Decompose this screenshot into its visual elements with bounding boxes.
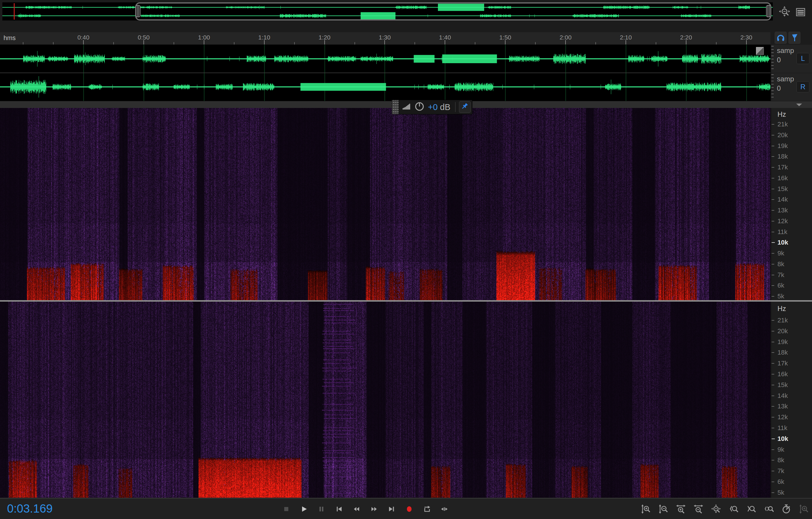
fast-forward-button[interactable] <box>368 503 380 515</box>
zoom-navigate-button[interactable] <box>710 502 722 516</box>
panel-menu-icon[interactable] <box>795 7 807 18</box>
zoom-in-vertical-button[interactable] <box>640 502 652 516</box>
frequency-tick <box>772 253 774 254</box>
pan-zoom-icon[interactable] <box>779 6 791 18</box>
play-button[interactable] <box>298 503 310 515</box>
zoom-out-point-button[interactable] <box>745 502 757 516</box>
frequency-tick <box>772 296 774 297</box>
skip-selection-button[interactable] <box>438 503 450 515</box>
frequency-label: 15k <box>778 185 788 193</box>
ruler-minor-tick <box>23 42 23 44</box>
collapse-arrow-icon[interactable] <box>796 103 802 106</box>
frequency-label: 16k <box>778 174 788 182</box>
frequency-label: 11k <box>778 424 787 432</box>
zoom-out-vertical-button[interactable] <box>657 502 669 516</box>
frequency-tick <box>772 471 774 471</box>
timeline-ruler[interactable]: hms 0:400:501:001:101:201:301:401:502:00… <box>0 32 771 45</box>
frequency-label: 14k <box>778 392 788 400</box>
rewind-button[interactable] <box>351 503 362 515</box>
frequency-scale-right[interactable]: Hz21k20k19k18k17k16k15k14k13k12k11k10k9k… <box>771 302 812 498</box>
frequency-label: 5k <box>778 489 784 496</box>
zoom-selection-button[interactable] <box>762 502 775 516</box>
gain-value[interactable]: +0 <box>428 102 438 112</box>
ruler-time-label: 2:20 <box>680 34 692 41</box>
ruler-time-label: 1:50 <box>499 34 512 41</box>
spectrogram-left-channel[interactable] <box>0 108 771 300</box>
overview-playhead <box>14 3 14 20</box>
frequency-unit-label: Hz <box>778 110 786 119</box>
frequency-tick <box>772 352 774 353</box>
pause-button[interactable] <box>316 503 327 515</box>
timer-button[interactable] <box>780 502 792 516</box>
hud-separator <box>455 102 456 112</box>
frequency-scale-left[interactable]: Hz21k20k19k18k17k16k15k14k13k12k11k10k9k… <box>771 108 812 300</box>
ruler-minor-tick <box>354 42 355 44</box>
frequency-label: 10k <box>778 435 788 442</box>
channel-left-button[interactable]: L <box>796 53 809 64</box>
channel-right-button[interactable]: R <box>796 81 809 92</box>
meter-zero-label: 0 <box>777 56 781 64</box>
playhead-time-display[interactable]: 0:03.169 <box>7 502 53 515</box>
record-button[interactable] <box>403 503 415 515</box>
frequency-tick <box>772 285 774 286</box>
gain-knob[interactable] <box>414 101 425 113</box>
hud-drag-handle[interactable] <box>392 100 399 114</box>
waveform-canvas[interactable] <box>0 45 771 101</box>
channel-right-info: samp 0 R <box>771 73 812 101</box>
frequency-label: 8k <box>778 261 784 268</box>
stop-button[interactable] <box>281 503 292 515</box>
amplitude-ticks <box>771 46 774 72</box>
ruler-minor-tick <box>113 42 114 44</box>
marker-pin-button[interactable] <box>788 32 801 44</box>
frequency-label: 21k <box>778 121 788 128</box>
frequency-label: 18k <box>778 349 788 356</box>
frequency-label: 6k <box>778 282 784 289</box>
frequency-label: 20k <box>778 131 788 139</box>
meter-unit-label: samp <box>777 75 794 83</box>
range-handle-right[interactable] <box>766 5 771 17</box>
frequency-label: 7k <box>778 271 784 279</box>
skip-to-end-button[interactable] <box>386 503 398 515</box>
frequency-label: 16k <box>778 370 788 378</box>
frequency-tick <box>772 264 774 265</box>
ruler-minor-tick <box>596 42 596 44</box>
frequency-label: 7k <box>778 467 784 475</box>
frequency-label: 13k <box>778 207 788 214</box>
zoom-amplitude-button[interactable] <box>798 502 810 516</box>
monitor-headphones-button[interactable] <box>775 32 787 44</box>
overview-strip <box>2 2 773 21</box>
ruler-time-label: 2:10 <box>620 34 632 41</box>
ruler-minor-tick <box>716 42 717 44</box>
spectrogram-right-channel[interactable] <box>0 302 771 498</box>
frequency-tick <box>772 406 774 407</box>
zoom-in-point-button[interactable] <box>727 502 740 516</box>
ruler-time-label: 2:30 <box>740 34 752 41</box>
hud-pin-button[interactable] <box>459 101 471 113</box>
zoom-toolbar <box>640 502 810 516</box>
frequency-label: 12k <box>778 414 788 421</box>
frequency-tick <box>772 221 774 221</box>
frequency-label: 13k <box>778 402 788 410</box>
frequency-tick <box>772 428 774 428</box>
loop-playback-button[interactable] <box>421 503 433 515</box>
zoom-in-horizontal-button[interactable] <box>675 502 687 516</box>
ruler-time-label: 0:40 <box>78 34 90 41</box>
split-view-icon[interactable] <box>756 47 764 55</box>
frequency-tick <box>772 189 774 189</box>
ruler-minor-tick <box>656 42 656 44</box>
channel-left-info: samp 0 L <box>771 45 812 73</box>
ruler-time-label: 1:40 <box>439 34 451 41</box>
ruler-minor-tick <box>234 42 234 44</box>
skip-to-start-button[interactable] <box>333 503 345 515</box>
transport-controls <box>281 503 450 515</box>
frequency-label: 17k <box>778 360 788 367</box>
frequency-label: 6k <box>778 478 784 486</box>
meter-zero-label: 0 <box>777 84 781 92</box>
frequency-tick <box>772 146 774 146</box>
zoom-out-horizontal-button[interactable] <box>692 502 704 516</box>
frequency-tick <box>772 438 775 439</box>
range-handle-left[interactable] <box>136 5 141 17</box>
frequency-label: 10k <box>778 239 788 246</box>
overview-range-selector[interactable] <box>135 2 771 21</box>
frequency-tick <box>772 242 775 243</box>
